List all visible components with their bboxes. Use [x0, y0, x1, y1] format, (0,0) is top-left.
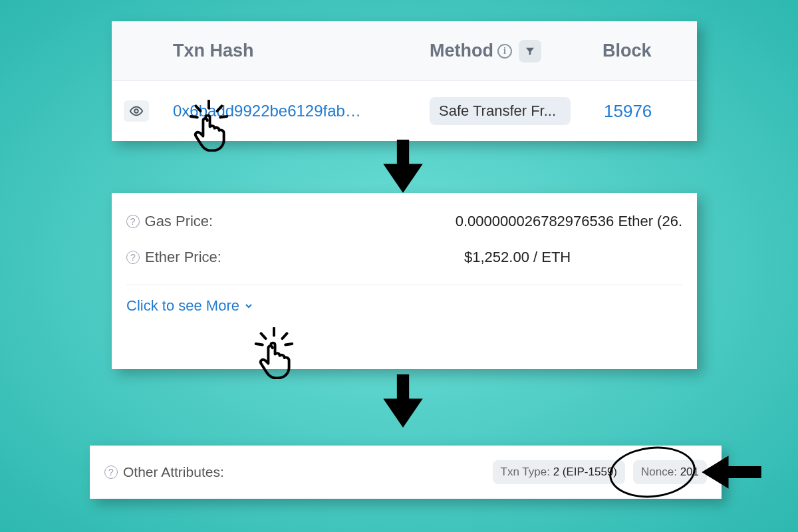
- funnel-icon: [525, 46, 535, 57]
- click-to-see-more-link[interactable]: Click to see More: [126, 297, 254, 315]
- table-row: 0x6badd9922be6129fab… Safe Transfer Fr..…: [112, 81, 697, 141]
- arrow-down-icon: [379, 140, 427, 196]
- transactions-table-panel: Txn Hash Method i Block 0x6badd9922be612…: [112, 21, 697, 141]
- detail-row-ether-price: ? Ether Price: $1,252.00 / ETH: [126, 249, 682, 266]
- txn-type-value: 2 (EIP-1559): [553, 466, 617, 478]
- other-attributes-label: ? Other Attributes:: [104, 464, 224, 480]
- method-chip[interactable]: Safe Transfer Fr...: [430, 97, 571, 125]
- help-icon[interactable]: ?: [126, 215, 140, 228]
- chevron-down-icon: [243, 301, 254, 311]
- help-icon[interactable]: ?: [126, 251, 140, 264]
- table-header-row: Txn Hash Method i Block: [112, 21, 697, 81]
- arrow-down-icon: [379, 374, 427, 430]
- detail-label: Gas Price:: [145, 213, 456, 230]
- col-header-block: Block: [602, 41, 652, 61]
- filter-button[interactable]: [519, 40, 541, 63]
- see-more-label: Click to see More: [126, 297, 239, 315]
- other-attributes-text: Other Attributes:: [123, 464, 224, 480]
- col-header-txn-hash: Txn Hash: [173, 41, 430, 61]
- col-header-method: Method i: [430, 40, 602, 63]
- detail-value: 0.000000026782976536 Ether (26.: [456, 213, 682, 230]
- txn-hash-link[interactable]: 0x6badd9922be6129fab…: [173, 102, 430, 120]
- divider: [126, 285, 682, 285]
- detail-label: Ether Price:: [145, 249, 464, 266]
- arrow-left-icon: [702, 454, 761, 493]
- view-details-button[interactable]: [124, 100, 149, 122]
- svg-point-0: [134, 109, 138, 113]
- txn-details-panel: ? Gas Price: 0.000000026782976536 Ether …: [112, 193, 697, 369]
- block-link[interactable]: 15976: [604, 101, 652, 122]
- txn-type-pill: Txn Type: 2 (EIP-1559): [493, 460, 625, 484]
- help-icon[interactable]: ?: [104, 466, 118, 479]
- detail-row-gas-price: ? Gas Price: 0.000000026782976536 Ether …: [126, 213, 682, 230]
- info-icon[interactable]: i: [497, 44, 512, 59]
- eye-icon: [129, 104, 144, 118]
- detail-value: $1,252.00 / ETH: [464, 249, 571, 266]
- col-header-method-label: Method: [430, 41, 493, 61]
- txn-type-label: Txn Type:: [501, 466, 550, 478]
